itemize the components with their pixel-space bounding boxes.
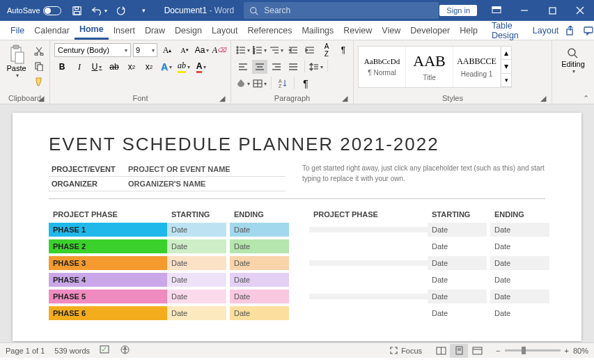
read-mode-icon[interactable] [432, 344, 450, 358]
date-cell[interactable]: Date [490, 306, 549, 320]
italic-button[interactable]: I [72, 60, 87, 74]
tab-home[interactable]: Home [75, 21, 109, 40]
info-value[interactable]: ORGANIZER'S NAME [125, 177, 286, 191]
tab-design[interactable]: Design [170, 21, 207, 40]
search-input[interactable]: Search [244, 2, 439, 19]
phase-cell[interactable]: PHASE 4 [49, 273, 167, 287]
increase-indent-icon[interactable] [302, 43, 318, 57]
underline-button[interactable]: U▾ [89, 60, 104, 74]
table-row[interactable]: PHASE 5DateDate [49, 290, 292, 303]
qat-dropdown-icon[interactable]: ▾ [134, 1, 155, 20]
styles-gallery[interactable]: AaBbCcDd¶ Normal AABTitle AABBCCEHeading… [358, 46, 512, 88]
text-effects-icon[interactable]: A▾ [159, 60, 174, 74]
line-spacing-icon[interactable]: ▾ [308, 60, 324, 74]
multilevel-list-icon[interactable]: ▾ [269, 43, 284, 57]
font-name-selector[interactable]: Century (Body)▾ [54, 43, 131, 57]
date-cell[interactable]: Date [428, 306, 487, 320]
align-right-icon[interactable] [269, 60, 284, 74]
focus-button[interactable]: Focus [389, 346, 422, 355]
date-cell[interactable]: Date [230, 223, 289, 237]
document-area[interactable]: EVENT SCHEDULE PLANNER 2021-2022 PROJECT… [0, 104, 594, 342]
zoom-in-button[interactable]: + [565, 347, 569, 355]
clear-formatting-icon[interactable]: A⌫ [212, 43, 227, 57]
decrease-indent-icon[interactable] [286, 43, 301, 57]
date-cell[interactable]: Date [490, 239, 549, 253]
tab-calendar[interactable]: Calendar [29, 21, 75, 40]
redo-icon[interactable] [111, 1, 132, 20]
numbering-icon[interactable]: 123▾ [252, 43, 267, 57]
date-cell[interactable]: Date [428, 273, 487, 287]
tab-references[interactable]: References [243, 21, 297, 40]
tab-file[interactable]: File [6, 21, 29, 40]
date-cell[interactable]: Date [490, 290, 549, 303]
help-text[interactable]: To get started right away, just click an… [302, 162, 545, 191]
zoom-level[interactable]: 80% [573, 347, 588, 355]
tab-table-design[interactable]: Table Design [487, 21, 524, 40]
justify-icon[interactable] [286, 60, 301, 74]
phase-cell[interactable] [309, 227, 428, 232]
document-heading[interactable]: EVENT SCHEDULE PLANNER 2021-2022 [49, 134, 545, 155]
phase-cell[interactable] [309, 310, 428, 316]
bold-button[interactable]: B [54, 60, 70, 74]
phase-cell[interactable]: PHASE 5 [49, 290, 167, 303]
share-icon[interactable] [563, 24, 577, 38]
table-row[interactable]: DateDate [309, 256, 553, 270]
table-row[interactable]: DateDate [309, 273, 553, 287]
table-row[interactable]: DateDate [309, 239, 553, 253]
tab-layout[interactable]: Layout [207, 21, 243, 40]
phase-cell[interactable]: PHASE 6 [49, 306, 167, 320]
date-cell[interactable]: Date [167, 223, 226, 237]
clipboard-launcher-icon[interactable]: ◢ [37, 94, 45, 102]
date-cell[interactable]: Date [428, 239, 487, 253]
spellcheck-icon[interactable] [100, 345, 111, 356]
zoom-slider[interactable] [505, 349, 561, 351]
align-center-icon[interactable] [252, 60, 267, 74]
date-cell[interactable]: Date [428, 290, 487, 303]
paste-button[interactable]: Paste ▾ [4, 43, 29, 79]
date-cell[interactable]: Date [490, 223, 549, 237]
col-header[interactable]: STARTING [167, 209, 230, 220]
change-case-icon[interactable]: Aa▾ [194, 43, 210, 57]
date-cell[interactable]: Date [167, 256, 226, 270]
info-table[interactable]: PROJECT/EVENTPROJECT OR EVENT NAME ORGAN… [49, 162, 286, 191]
pilcrow-icon[interactable]: ¶ [298, 77, 313, 90]
editing-button[interactable]: Editing ▾ [556, 47, 590, 74]
phase-cell[interactable] [309, 277, 428, 283]
left-phase-table[interactable]: PROJECT PHASE STARTING ENDING PHASE 1Dat… [49, 209, 292, 320]
collapse-ribbon-icon[interactable]: ⌃ [581, 94, 590, 102]
tab-help[interactable]: Help [455, 21, 483, 40]
tab-review[interactable]: Review [338, 21, 377, 40]
tab-view[interactable]: View [377, 21, 405, 40]
date-cell[interactable]: Date [490, 273, 549, 287]
tab-insert[interactable]: Insert [109, 21, 140, 40]
date-cell[interactable]: Date [167, 239, 226, 253]
phase-cell[interactable]: PHASE 3 [49, 256, 167, 270]
table-row[interactable]: PHASE 4DateDate [49, 273, 292, 287]
tab-mailings[interactable]: Mailings [297, 21, 338, 40]
word-count[interactable]: 539 words [54, 347, 90, 355]
table-row[interactable]: PHASE 3DateDate [49, 256, 292, 270]
align-left-icon[interactable] [235, 60, 251, 74]
zoom-out-button[interactable]: − [496, 347, 500, 355]
comments-icon[interactable] [581, 24, 594, 38]
col-header[interactable]: PROJECT PHASE [309, 209, 428, 220]
cut-icon[interactable] [33, 45, 45, 57]
phase-cell[interactable] [309, 260, 428, 266]
bullets-icon[interactable]: ▾ [235, 43, 251, 57]
table-row[interactable]: PHASE 1DateDate [49, 223, 292, 237]
save-icon[interactable] [67, 1, 88, 20]
print-layout-icon[interactable] [450, 344, 468, 358]
tab-draw[interactable]: Draw [140, 21, 170, 40]
date-cell[interactable]: Date [230, 256, 289, 270]
undo-icon[interactable]: ▾ [89, 1, 110, 20]
font-launcher-icon[interactable]: ◢ [218, 94, 226, 102]
info-label[interactable]: ORGANIZER [49, 177, 125, 191]
show-marks-icon[interactable]: ¶ [336, 43, 351, 57]
copy-icon[interactable] [33, 60, 45, 72]
sign-in-button[interactable]: Sign in [439, 5, 477, 16]
table-row[interactable]: DateDate [309, 290, 553, 303]
phase-cell[interactable]: PHASE 2 [49, 239, 167, 253]
col-header[interactable]: ENDING [230, 209, 292, 220]
col-header[interactable]: STARTING [428, 209, 490, 220]
page-indicator[interactable]: Page 1 of 1 [6, 347, 45, 355]
